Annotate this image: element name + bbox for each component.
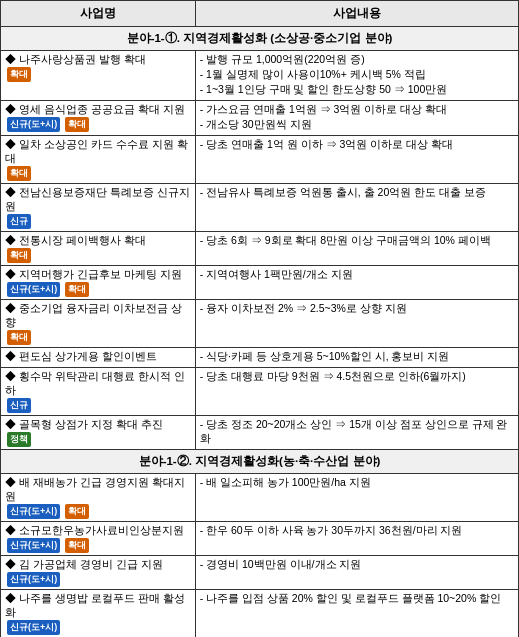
- item-name: ◆ 소규모한우농가사료비인상분지원: [5, 524, 184, 536]
- section-title: 분야-1-②. 지역경제활성화(농·축·수산업 분야): [1, 450, 519, 474]
- item-name-cell: ◆ 횡수막 위탁관리 대행료 한시적 인하신규: [1, 368, 196, 416]
- table-row: ◆ 나주사랑상품권 발행 확대확대 - 발행 규모 1,000억원(220억원 …: [1, 51, 519, 101]
- item-content-cell: - 경영비 10백만원 이내/개소 지원: [195, 556, 518, 590]
- header-name: 사업명: [1, 1, 196, 27]
- table-row: ◆ 영세 음식업종 공공요금 확대 지원신규(도+시) 확대 - 가스요금 연매…: [1, 101, 519, 136]
- content-line: - 1월 실명제 많이 사용이10%+ 케시백 5% 적립: [200, 68, 514, 82]
- item-name-cell: ◆ 일차 소상공인 카드 수수료 지원 확대확대: [1, 136, 196, 184]
- item-name: ◆ 횡수막 위탁관리 대행료 한시적 인하: [5, 370, 185, 396]
- badge-blue: 신규(도+시): [7, 282, 60, 297]
- content-line: - 당초 정조 20~20개소 상인 ⇒ 15개 이상 점포 상인으로 규제 완…: [200, 418, 514, 446]
- badge-blue: 신규(도+시): [7, 504, 60, 519]
- content-line: - 당초 6회 ⇒ 9회로 확대 8만원 이상 구매금액의 10% 페이백: [200, 234, 514, 248]
- badge-blue: 신규: [7, 398, 31, 413]
- content-line: - 전남유사 특례보증 억원통 출시, 출 20억원 한도 대출 보증: [200, 186, 514, 200]
- table-row: ◆ 편도심 상가게용 할인이벤트- 식당·카페 등 상호게용 5~10%할인 시…: [1, 348, 519, 368]
- item-content-cell: - 가스요금 연매출 1억원 ⇒ 3억원 이하로 대상 확대- 개소당 30만원…: [195, 101, 518, 136]
- item-name: ◆ 전남신용보증재단 특례보증 신규지원: [5, 186, 190, 212]
- content-line: - 경영비 10백만원 이내/개소 지원: [200, 558, 514, 572]
- badge-blue: 신규(도+시): [7, 620, 60, 635]
- item-content-cell: - 당초 6회 ⇒ 9회로 확대 8만원 이상 구매금액의 10% 페이백: [195, 232, 518, 266]
- item-content-cell: - 당초 정조 20~20개소 상인 ⇒ 15개 이상 점포 상인으로 규제 완…: [195, 416, 518, 450]
- badge-green: 정책: [7, 432, 31, 447]
- item-name: ◆ 김 가공업체 경영비 긴급 지원: [5, 558, 163, 570]
- badge-blue: 신규(도+시): [7, 538, 60, 553]
- badge-orange: 확대: [65, 538, 89, 553]
- table-row: ◆ 나주를 생명밥 로컬푸드 판매 활성화신규(도+시) - 나주를 입점 상품…: [1, 590, 519, 638]
- badge-orange: 확대: [65, 117, 89, 132]
- item-name-cell: ◆ 편도심 상가게용 할인이벤트: [1, 348, 196, 368]
- badge-orange: 확대: [7, 330, 31, 345]
- item-name-cell: ◆ 영세 음식업종 공공요금 확대 지원신규(도+시) 확대: [1, 101, 196, 136]
- table-row: ◆ 소규모한우농가사료비인상분지원신규(도+시) 확대 - 한우 60두 이하 …: [1, 522, 519, 556]
- item-name-cell: ◆ 배 재배농가 긴급 경영지원 확대지원신규(도+시) 확대: [1, 474, 196, 522]
- header-content: 사업내용: [195, 1, 518, 27]
- item-content-cell: - 당초 대행료 마당 9천원 ⇒ 4.5천원으로 인하(6월까지): [195, 368, 518, 416]
- item-name: ◆ 편도심 상가게용 할인이벤트: [5, 350, 157, 362]
- item-name: ◆ 전통시장 페이백행사 확대: [5, 234, 146, 246]
- content-line: - 발행 규모 1,000억원(220억원 증): [200, 53, 514, 67]
- item-name-cell: ◆ 김 가공업체 경영비 긴급 지원신규(도+시): [1, 556, 196, 590]
- table-row: ◆ 배 재배농가 긴급 경영지원 확대지원신규(도+시) 확대 - 배 일소피해…: [1, 474, 519, 522]
- item-name: ◆ 지역머행가 긴급후보 마케팅 지원: [5, 268, 182, 280]
- item-content-cell: - 전남유사 특례보증 억원통 출시, 출 20억원 한도 대출 보증: [195, 184, 518, 232]
- content-line: - 나주를 입점 상품 20% 할인 및 로컬푸드 플랫폼 10~20% 할인: [200, 592, 514, 606]
- table-row: ◆ 전통시장 페이백행사 확대확대 - 당초 6회 ⇒ 9회로 확대 8만원 이…: [1, 232, 519, 266]
- item-name-cell: ◆ 지역머행가 긴급후보 마케팅 지원신규(도+시) 확대: [1, 266, 196, 300]
- item-content-cell: - 당초 연매출 1억 원 이하 ⇒ 3억원 이하로 대상 확대: [195, 136, 518, 184]
- item-content-cell: - 융자 이차보전 2% ⇒ 2.5~3%로 상향 지원: [195, 300, 518, 348]
- content-line: - 한우 60두 이하 사육 농가 30두까지 36천원/마리 지원: [200, 524, 514, 538]
- badge-blue: 신규(도+시): [7, 572, 60, 587]
- item-name: ◆ 일차 소상공인 카드 수수료 지원 확대: [5, 138, 188, 164]
- section-header-section2: 분야-1-②. 지역경제활성화(농·축·수산업 분야): [1, 450, 519, 474]
- content-line: - 가스요금 연매출 1억원 ⇒ 3억원 이하로 대상 확대: [200, 103, 514, 117]
- content-line: - 식당·카페 등 상호게용 5~10%할인 시, 홍보비 지원: [200, 350, 514, 364]
- table-row: ◆ 지역머행가 긴급후보 마케팅 지원신규(도+시) 확대 - 지역여행사 1팩…: [1, 266, 519, 300]
- item-content-cell: - 한우 60두 이하 사육 농가 30두까지 36천원/마리 지원: [195, 522, 518, 556]
- item-name: ◆ 골목형 상점가 지정 확대 추진: [5, 418, 163, 430]
- badge-blue: 신규(도+시): [7, 117, 60, 132]
- content-line: - 당초 연매출 1억 원 이하 ⇒ 3억원 이하로 대상 확대: [200, 138, 514, 152]
- section-title: 분야-1-①. 지역경제활성화 (소상공·중소기업 분야): [1, 27, 519, 51]
- content-line: - 지역여행사 1팩만원/개소 지원: [200, 268, 514, 282]
- item-name-cell: ◆ 골목형 상점가 지정 확대 추진정책: [1, 416, 196, 450]
- badge-blue: 신규: [7, 214, 31, 229]
- item-content-cell: - 발행 규모 1,000억원(220억원 증)- 1월 실명제 많이 사용이1…: [195, 51, 518, 101]
- item-content-cell: - 식당·카페 등 상호게용 5~10%할인 시, 홍보비 지원: [195, 348, 518, 368]
- item-name: ◆ 중소기업 융자금리 이차보전금 상향: [5, 302, 182, 328]
- table-row: ◆ 중소기업 융자금리 이차보전금 상향확대 - 융자 이차보전 2% ⇒ 2.…: [1, 300, 519, 348]
- table-row: ◆ 김 가공업체 경영비 긴급 지원신규(도+시) - 경영비 10백만원 이내…: [1, 556, 519, 590]
- content-line: - 당초 대행료 마당 9천원 ⇒ 4.5천원으로 인하(6월까지): [200, 370, 514, 384]
- item-content-cell: - 나주를 입점 상품 20% 할인 및 로컬푸드 플랫폼 10~20% 할인: [195, 590, 518, 638]
- item-name-cell: ◆ 나주를 생명밥 로컬푸드 판매 활성화신규(도+시): [1, 590, 196, 638]
- table-row: ◆ 일차 소상공인 카드 수수료 지원 확대확대 - 당초 연매출 1억 원 이…: [1, 136, 519, 184]
- badge-orange: 확대: [65, 282, 89, 297]
- badge-orange: 확대: [65, 504, 89, 519]
- item-name-cell: ◆ 전남신용보증재단 특례보증 신규지원신규: [1, 184, 196, 232]
- main-table: 사업명 사업내용 분야-1-①. 지역경제활성화 (소상공·중소기업 분야)◆ …: [0, 0, 519, 637]
- item-name: ◆ 나주를 생명밥 로컬푸드 판매 활성화: [5, 592, 185, 618]
- badge-orange: 확대: [7, 248, 31, 263]
- table-row: ◆ 횡수막 위탁관리 대행료 한시적 인하신규 - 당초 대행료 마당 9천원 …: [1, 368, 519, 416]
- item-content-cell: - 지역여행사 1팩만원/개소 지원: [195, 266, 518, 300]
- table-header: 사업명 사업내용: [1, 1, 519, 27]
- item-name-cell: ◆ 나주사랑상품권 발행 확대확대: [1, 51, 196, 101]
- badge-orange: 확대: [7, 67, 31, 82]
- content-line: - 1~3월 1인당 구매 및 할인 한도상향 50 ⇒ 100만원: [200, 83, 514, 97]
- item-name: ◆ 나주사랑상품권 발행 확대: [5, 53, 146, 65]
- table-row: ◆ 전남신용보증재단 특례보증 신규지원신규 - 전남유사 특례보증 억원통 출…: [1, 184, 519, 232]
- item-content-cell: - 배 일소피해 농가 100만원/ha 지원: [195, 474, 518, 522]
- item-name-cell: ◆ 전통시장 페이백행사 확대확대: [1, 232, 196, 266]
- item-name: ◆ 배 재배농가 긴급 경영지원 확대지원: [5, 476, 185, 502]
- content-line: - 개소당 30만원씩 지원: [200, 118, 514, 132]
- badge-orange: 확대: [7, 166, 31, 181]
- content-line: - 배 일소피해 농가 100만원/ha 지원: [200, 476, 514, 490]
- section-header-section1: 분야-1-①. 지역경제활성화 (소상공·중소기업 분야): [1, 27, 519, 51]
- item-name-cell: ◆ 소규모한우농가사료비인상분지원신규(도+시) 확대: [1, 522, 196, 556]
- table-row: ◆ 골목형 상점가 지정 확대 추진정책 - 당초 정조 20~20개소 상인 …: [1, 416, 519, 450]
- item-name: ◆ 영세 음식업종 공공요금 확대 지원: [5, 103, 185, 115]
- content-line: - 융자 이차보전 2% ⇒ 2.5~3%로 상향 지원: [200, 302, 514, 316]
- item-name-cell: ◆ 중소기업 융자금리 이차보전금 상향확대: [1, 300, 196, 348]
